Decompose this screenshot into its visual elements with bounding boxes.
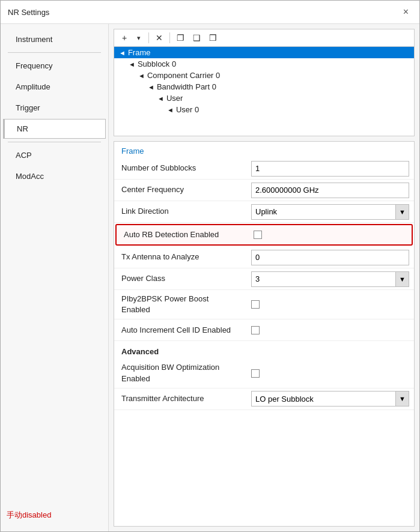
prop-row-center-freq: Center Frequency bbox=[114, 180, 414, 201]
prop-value-link-direction: Uplink Downlink ▼ bbox=[246, 202, 414, 222]
tx-antenna-input[interactable] bbox=[251, 250, 409, 265]
acq-bw-checkbox[interactable] bbox=[251, 369, 260, 378]
sidebar-item-modacc[interactable]: ModAcc bbox=[3, 166, 106, 186]
frame-section-title: Frame bbox=[114, 142, 414, 158]
prop-label-center-freq: Center Frequency bbox=[114, 181, 246, 199]
tree-item-frame-label: Frame bbox=[128, 48, 151, 57]
tree-item-user0[interactable]: ◄ User 0 bbox=[114, 104, 414, 115]
sidebar: Instrument Frequency Amplitude Trigger N… bbox=[1, 24, 109, 531]
auto-increment-checkbox[interactable] bbox=[251, 326, 260, 334]
prop-value-power-class: 1 2 3 4 ▼ bbox=[246, 269, 414, 289]
tree-toolbar: + ▾ ✕ ❐ ❑ ❒ bbox=[114, 29, 415, 46]
tx-arch-select[interactable]: LO per Subblock LO per Carrier bbox=[252, 393, 395, 405]
arrow-icon-3: ◄ bbox=[138, 72, 145, 79]
arrow-icon-2: ◄ bbox=[129, 61, 135, 68]
title-bar: NR Settings × bbox=[1, 1, 419, 24]
prop-value-tx-arch: LO per Subblock LO per Carrier ▼ bbox=[246, 388, 414, 409]
prop-value-center-freq bbox=[246, 180, 414, 201]
prop-label-tx-antenna: Tx Antenna to Analyze bbox=[114, 248, 246, 266]
prop-label-acq-bw: Acquisition BW Optimization Enabled bbox=[114, 358, 246, 387]
prop-label-num-subblocks: Number of Subblocks bbox=[114, 159, 246, 177]
prop-row-link-direction: Link Direction Uplink Downlink ▼ bbox=[114, 201, 414, 223]
prop-row-piby2bpsk: PIby2BPSK Power Boost Enabled bbox=[114, 290, 414, 319]
sidebar-item-frequency[interactable]: Frequency bbox=[3, 56, 106, 76]
arrow-icon-4: ◄ bbox=[148, 83, 154, 91]
arrow-icon: ◄ bbox=[119, 49, 126, 56]
tree-item-user[interactable]: ◄ User bbox=[114, 92, 414, 104]
prop-label-piby2bpsk: PIby2BPSK Power Boost Enabled bbox=[114, 290, 246, 319]
delete-button[interactable]: ✕ bbox=[152, 31, 166, 44]
main-content: Instrument Frequency Amplitude Trigger N… bbox=[1, 24, 419, 531]
prop-row-auto-increment: Auto Increment Cell ID Enabled bbox=[114, 319, 414, 341]
right-panel: + ▾ ✕ ❐ ❑ ❒ ◄ Frame ◄ Subblock 0 bbox=[109, 24, 419, 531]
prop-row-tx-arch: Transmitter Architecture LO per Subblock… bbox=[114, 388, 414, 410]
toolbar-separator-2 bbox=[169, 32, 170, 43]
piby2bpsk-checkbox[interactable] bbox=[251, 300, 260, 309]
tree-item-subblock0-label: Subblock 0 bbox=[138, 59, 176, 68]
prop-label-auto-rb-detection: Auto RB Detection Enabled bbox=[117, 226, 249, 244]
sidebar-item-trigger[interactable]: Trigger bbox=[3, 98, 106, 118]
num-subblocks-input[interactable] bbox=[251, 161, 409, 177]
sidebar-item-amplitude[interactable]: Amplitude bbox=[3, 77, 106, 97]
link-direction-select[interactable]: Uplink Downlink bbox=[252, 206, 395, 217]
prop-row-auto-rb-detection: Auto RB Detection Enabled bbox=[115, 224, 413, 246]
center-freq-input[interactable] bbox=[251, 183, 409, 198]
sidebar-divider-1 bbox=[8, 52, 101, 53]
arrow-icon-5: ◄ bbox=[157, 95, 164, 102]
tree-item-bwp0[interactable]: ◄ Bandwidth Part 0 bbox=[114, 81, 414, 92]
tree-item-user-label: User bbox=[166, 94, 183, 103]
auto-rb-detection-checkbox[interactable] bbox=[254, 231, 262, 239]
tree-item-subblock0[interactable]: ◄ Subblock 0 bbox=[114, 58, 414, 70]
link-direction-select-wrap: Uplink Downlink ▼ bbox=[251, 204, 409, 220]
tree-item-user0-label: User 0 bbox=[176, 105, 199, 114]
prop-value-acq-bw bbox=[246, 367, 414, 380]
prop-label-tx-arch: Transmitter Architecture bbox=[114, 390, 246, 408]
power-class-select[interactable]: 1 2 3 4 bbox=[252, 273, 395, 285]
toolbar-separator bbox=[148, 32, 149, 43]
prop-label-auto-increment: Auto Increment Cell ID Enabled bbox=[114, 321, 246, 339]
advanced-section-title: Advanced bbox=[114, 341, 414, 358]
copy1-button[interactable]: ❐ bbox=[173, 31, 188, 44]
tree-item-cc0[interactable]: ◄ Component Carrier 0 bbox=[114, 70, 414, 81]
prop-value-piby2bpsk bbox=[246, 298, 414, 311]
window: NR Settings × Instrument Frequency Ampli… bbox=[0, 0, 420, 532]
power-class-dropdown-arrow[interactable]: ▼ bbox=[395, 272, 409, 286]
prop-value-tx-antenna bbox=[246, 247, 414, 268]
tree-item-bwp0-label: Bandwidth Part 0 bbox=[157, 82, 216, 91]
tree-view[interactable]: ◄ Frame ◄ Subblock 0 ◄ Component Carrier… bbox=[114, 46, 415, 136]
prop-value-auto-rb-detection bbox=[249, 228, 412, 241]
tx-arch-select-wrap: LO per Subblock LO per Carrier ▼ bbox=[251, 391, 409, 407]
properties-panel: Frame Number of Subblocks Center Frequen… bbox=[114, 141, 415, 527]
add-button[interactable]: + bbox=[118, 31, 131, 44]
copy3-button[interactable]: ❒ bbox=[205, 31, 221, 44]
link-direction-dropdown-arrow[interactable]: ▼ bbox=[395, 205, 409, 219]
prop-label-link-direction: Link Direction bbox=[114, 202, 246, 220]
dropdown-button[interactable]: ▾ bbox=[132, 32, 145, 44]
prop-row-tx-antenna: Tx Antenna to Analyze bbox=[114, 247, 414, 268]
prop-value-auto-increment bbox=[246, 324, 414, 337]
prop-row-num-subblocks: Number of Subblocks bbox=[114, 158, 414, 180]
sidebar-divider-2 bbox=[8, 142, 101, 142]
tree-item-cc0-label: Component Carrier 0 bbox=[147, 71, 220, 80]
sidebar-item-instrument[interactable]: Instrument bbox=[3, 29, 106, 49]
sidebar-item-acp[interactable]: ACP bbox=[3, 145, 106, 165]
arrow-icon-6: ◄ bbox=[167, 106, 174, 113]
prop-row-acq-bw: Acquisition BW Optimization Enabled bbox=[114, 358, 414, 388]
copy2-button[interactable]: ❑ bbox=[189, 31, 204, 44]
window-title: NR Settings bbox=[8, 8, 49, 17]
power-class-select-wrap: 1 2 3 4 ▼ bbox=[251, 271, 409, 287]
prop-row-power-class: Power Class 1 2 3 4 ▼ bbox=[114, 268, 414, 290]
close-button[interactable]: × bbox=[400, 5, 412, 19]
prop-label-power-class: Power Class bbox=[114, 270, 246, 288]
tx-arch-dropdown-arrow[interactable]: ▼ bbox=[395, 391, 409, 406]
sidebar-note: 手动disabled bbox=[1, 504, 108, 527]
prop-value-num-subblocks bbox=[246, 159, 414, 179]
tree-item-frame[interactable]: ◄ Frame bbox=[114, 47, 414, 58]
sidebar-item-nr[interactable]: NR bbox=[3, 119, 106, 139]
